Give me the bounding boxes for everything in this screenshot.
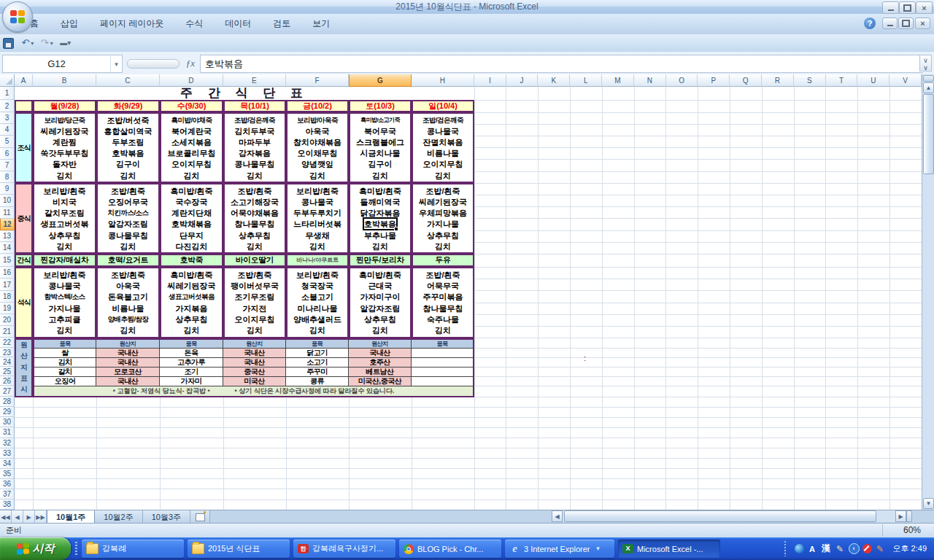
- menu-item[interactable]: 콩나물무침: [108, 230, 148, 241]
- lunch-menu-cell[interactable]: 흑미밥/흰죽국수장국계란지단채호박채볶음단무지다진김치: [160, 183, 223, 254]
- name-box-dropdown-icon[interactable]: ▾: [110, 56, 122, 71]
- menu-item[interactable]: 갈치무조림: [45, 208, 85, 218]
- origin-value-cell[interactable]: 국내산: [96, 358, 160, 368]
- menu-item[interactable]: 콩나물국: [301, 197, 333, 207]
- tray-globe-icon[interactable]: [795, 544, 804, 553]
- menu-item[interactable]: 비름나물: [112, 303, 144, 314]
- menu-item[interactable]: 김치: [57, 325, 73, 335]
- snack-cell[interactable]: 바이오딸기: [223, 254, 286, 267]
- menu-item[interactable]: 가자미구이: [360, 292, 401, 302]
- redo-icon[interactable]: ↷: [41, 37, 49, 49]
- origin-item-cell[interactable]: 고추가루: [160, 358, 223, 368]
- scroll-down-icon[interactable]: ▼: [923, 498, 934, 509]
- row-header-32[interactable]: 32: [0, 438, 15, 448]
- menu-item[interactable]: 고추피클: [49, 314, 81, 324]
- row-header-5[interactable]: 5: [0, 136, 15, 147]
- origin-item-cell[interactable]: 가자미: [160, 377, 223, 386]
- row-header-14[interactable]: 14: [0, 242, 15, 254]
- menu-item[interactable]: 브로콜리무침: [168, 148, 216, 158]
- taskbar-button[interactable]: XMicrosoft Excel -...: [618, 540, 720, 558]
- day-header-cell[interactable]: 목(10/1): [223, 100, 286, 112]
- dinner-menu-cell[interactable]: 보리밥/흰죽콩나물국함박스텍/소스가지나물고추피클김치: [33, 267, 96, 338]
- snack-cell[interactable]: 찐만두/보리차: [349, 254, 412, 267]
- menu-item[interactable]: 상추무침: [239, 230, 271, 241]
- menu-item[interactable]: 북어계란국: [171, 126, 212, 136]
- origin-item-cell[interactable]: [412, 358, 473, 368]
- scroll-right-icon[interactable]: ▶: [895, 510, 906, 522]
- column-header-L[interactable]: L: [570, 74, 602, 87]
- lunch-menu-cell[interactable]: 조밥/흰죽오징어무국치킨까스/소스알감자조림콩나물무침김치: [96, 183, 160, 254]
- menu-item[interactable]: 조밥/흰죽: [111, 270, 145, 280]
- lunch-menu-cell[interactable]: 조밥/흰죽소고기해장국어묵야채볶음참나물무침상추무침김치: [223, 183, 286, 254]
- breakfast-menu-cell[interactable]: 조밥/검은깨죽콩나물국잔멸치볶음비름나물오이지무침김치: [412, 112, 474, 183]
- origin-item-cell[interactable]: [412, 368, 473, 377]
- horizontal-scroll-thumb[interactable]: [564, 510, 876, 522]
- row-header-9[interactable]: 9: [0, 183, 15, 195]
- table-title[interactable]: 주 간 식 단 표: [15, 87, 474, 100]
- breakfast-menu-cell[interactable]: 보리밥/당근죽씨레기된장국계란찜쑥갓두부무침돌자반김치: [33, 112, 96, 183]
- day-header-cell[interactable]: 일(10/4): [412, 100, 474, 112]
- breakfast-menu-cell[interactable]: 흑미밥/소고기죽북어무국스크램블에그시금치나물김구이김치: [349, 112, 412, 183]
- origin-header-cell[interactable]: 품목: [34, 340, 96, 349]
- origin-item-cell[interactable]: 오징어: [34, 377, 96, 386]
- menu-item[interactable]: 김치: [309, 325, 325, 335]
- row-header-10[interactable]: 10: [0, 195, 15, 206]
- column-header-A[interactable]: A: [15, 74, 33, 87]
- menu-item[interactable]: 호박볶음: [112, 148, 144, 158]
- origin-item-cell[interactable]: 닭고기: [286, 349, 349, 358]
- row-header-12[interactable]: 12: [0, 219, 15, 230]
- row-header-28[interactable]: 28: [0, 397, 15, 407]
- menu-item[interactable]: 김치: [435, 325, 451, 335]
- menu-item[interactable]: 홍합살미역국: [104, 126, 153, 136]
- ribbon-tab-검토[interactable]: 검토: [262, 14, 301, 34]
- menu-item[interactable]: 보리밥/흰죽: [43, 270, 85, 280]
- cells-area[interactable]: 주 간 식 단 표월(9/28)화(9/29)수(9/30)목(10/1)금(1…: [15, 87, 922, 510]
- origin-value-cell[interactable]: 호주산: [349, 358, 412, 368]
- undo-dropdown-icon[interactable]: ▾: [31, 40, 34, 47]
- menu-item[interactable]: 김치: [120, 241, 136, 252]
- row-header-8[interactable]: 8: [0, 171, 15, 183]
- menu-item[interactable]: 흑미밥/흰죽: [170, 186, 212, 196]
- menu-item[interactable]: 김치: [57, 241, 73, 252]
- menu-item[interactable]: 참나물무침: [423, 303, 463, 314]
- origin-header-cell[interactable]: 품목: [286, 340, 349, 349]
- row-header-13[interactable]: 13: [0, 230, 15, 242]
- menu-item[interactable]: 가지나물: [427, 219, 459, 229]
- column-header-V[interactable]: V: [889, 74, 922, 87]
- tray-ime-english-icon[interactable]: A: [807, 543, 818, 554]
- selected-cell[interactable]: 호박볶음: [364, 219, 396, 229]
- lunch-menu-cell[interactable]: 보리밥/흰죽콩나물국두부두루치기느타리버섯볶무생채김치: [286, 183, 349, 254]
- menu-item[interactable]: 김치: [247, 325, 263, 335]
- menu-item[interactable]: 우체피망볶음: [419, 208, 467, 218]
- menu-item[interactable]: 김치: [184, 325, 200, 335]
- menu-item[interactable]: 숙주나물: [427, 314, 459, 324]
- origin-item-cell[interactable]: [412, 377, 473, 386]
- lunch-menu-cell[interactable]: 보리밥/흰죽비지국갈치무조림생표고버섯볶상추무침김치: [33, 183, 96, 254]
- menu-item[interactable]: 근대국: [368, 281, 393, 291]
- origin-header-cell[interactable]: 원산지: [349, 340, 412, 349]
- row-header-24[interactable]: 24: [0, 357, 15, 367]
- horizontal-scrollbar[interactable]: ◀ ▶: [552, 510, 918, 522]
- zoom-level[interactable]: 60%: [903, 525, 921, 535]
- save-icon[interactable]: [3, 38, 14, 49]
- formula-bar-divider[interactable]: [127, 59, 180, 69]
- menu-item[interactable]: 치킨까스/소스: [107, 208, 148, 218]
- horizontal-scroll-track[interactable]: [563, 510, 895, 522]
- origin-item-cell[interactable]: 쌀: [34, 349, 96, 358]
- menu-item[interactable]: 가지볶음: [176, 303, 208, 314]
- dinner-menu-cell[interactable]: 흑미밥/흰죽근대국가자미구이알감자조림상추무침김치: [349, 267, 412, 338]
- origin-item-cell[interactable]: 조기: [160, 368, 223, 377]
- row-header-11[interactable]: 11: [0, 207, 15, 219]
- snack-label[interactable]: 간식: [15, 254, 33, 267]
- menu-item[interactable]: 팽이버섯무국: [231, 281, 279, 291]
- column-header-M[interactable]: M: [602, 74, 634, 87]
- column-header-C[interactable]: C: [96, 74, 160, 87]
- column-header-S[interactable]: S: [794, 74, 826, 87]
- office-button[interactable]: [2, 1, 33, 32]
- row-header-29[interactable]: 29: [0, 407, 15, 417]
- formula-input[interactable]: 호박볶음: [200, 55, 923, 73]
- insert-sheet-tab[interactable]: [190, 510, 210, 524]
- workbook-minimize-button[interactable]: [882, 18, 898, 29]
- tab-split-handle[interactable]: [906, 510, 912, 522]
- row-header-21[interactable]: 21: [0, 326, 15, 338]
